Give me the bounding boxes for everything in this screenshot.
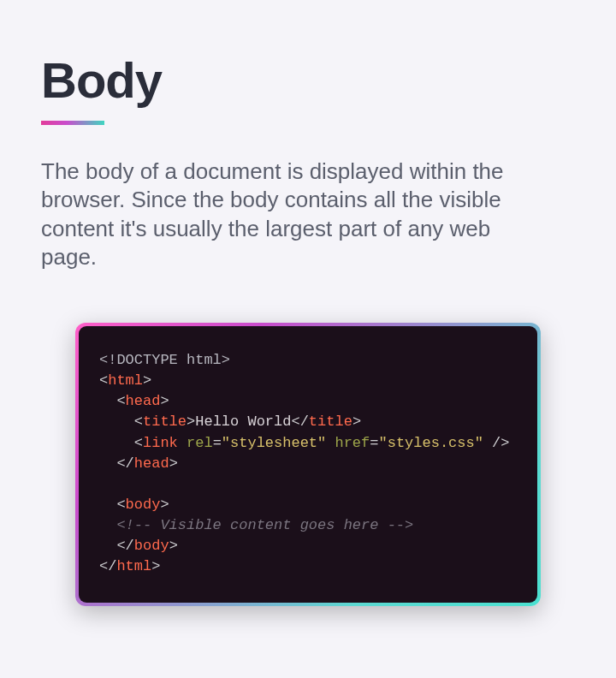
description-text: The body of a document is displayed with…: [41, 158, 537, 271]
code-tag: title: [143, 413, 187, 430]
code-string: "stylesheet": [222, 435, 326, 451]
code-punc: >: [151, 558, 160, 574]
code-tag: html: [108, 372, 143, 389]
code-punc: <: [116, 393, 125, 409]
code-punc: />: [483, 435, 510, 451]
code-string: "styles.css": [378, 435, 483, 451]
code-punc: >: [169, 538, 178, 554]
code-punc: </: [116, 538, 133, 554]
code-punc: <: [134, 413, 143, 430]
code-punc: </: [116, 455, 133, 472]
code-punc: >: [187, 413, 195, 430]
code-punc: >: [143, 372, 151, 389]
code-punc: =: [370, 435, 378, 451]
code-tag: head: [126, 393, 161, 409]
code-punc: <: [134, 435, 143, 451]
code-tag: title: [309, 413, 352, 430]
code-tag: body: [126, 497, 161, 513]
title-underline: [41, 121, 104, 125]
code-text: Hello World: [195, 413, 291, 430]
code-punc: =: [213, 435, 222, 451]
code-tag: link: [143, 435, 178, 451]
code-punc: >: [160, 393, 169, 409]
code-attr: rel: [187, 435, 213, 451]
code-punc: </: [291, 413, 308, 430]
code-tag: body: [134, 538, 169, 554]
code-punc: >: [169, 455, 178, 472]
code-punc: <: [116, 497, 125, 513]
code-block: <!DOCTYPE html> <html> <head> <title>Hel…: [79, 326, 537, 603]
code-doctype: <!DOCTYPE html>: [99, 352, 230, 368]
code-block-wrapper: <!DOCTYPE html> <html> <head> <title>Hel…: [75, 323, 541, 606]
code-punc: >: [160, 497, 169, 513]
code-punc: >: [352, 413, 361, 430]
code-attr: href: [335, 435, 370, 451]
code-tag: html: [116, 558, 151, 574]
page-title: Body: [41, 51, 575, 109]
code-punc: <: [99, 372, 108, 389]
code-tag: head: [134, 455, 169, 472]
code-comment: <!-- Visible content goes here -->: [116, 517, 413, 533]
code-punc: </: [99, 558, 116, 574]
